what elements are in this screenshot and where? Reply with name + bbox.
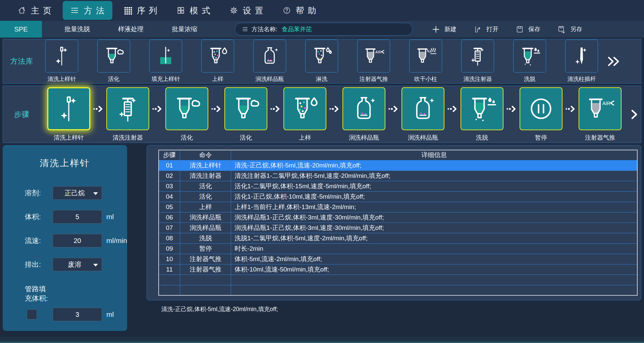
method-type-tab-label: 样液处理 (118, 25, 144, 34)
step-item-card[interactable] (579, 87, 622, 130)
volume-input[interactable] (53, 210, 102, 224)
flow-arrow-icon (387, 105, 400, 113)
table-row[interactable]: 04 活化 活化1-正己烷,体积-10ml,速度-5ml/min,填充off; (159, 191, 637, 202)
library-item-card[interactable] (461, 40, 494, 72)
action-button[interactable]: 保存 (515, 25, 540, 34)
method-type-tab[interactable]: 样液处理 (104, 21, 158, 38)
nav-item[interactable]: 主 页 (10, 1, 59, 20)
library-more-button[interactable] (606, 54, 622, 68)
step-item-card[interactable] (401, 87, 444, 130)
library-item-card[interactable] (97, 40, 130, 72)
table-row[interactable] (159, 285, 637, 295)
table-row[interactable]: 01 清洗上样针 清洗-正己烷,体积-5ml,流速-20ml/min,填充off… (159, 160, 637, 170)
step-item[interactable]: 润洗样品瓶 (401, 87, 444, 142)
table-row[interactable]: 08 洗脱 洗脱1-二氯甲烷,体积-5ml,速度-2ml/min,填充off; (159, 233, 637, 243)
top-navbar: 主 页 方 法 序 列 模 式 设 置 (0, 0, 644, 21)
step-item[interactable]: 活化 (165, 87, 208, 142)
bottle-icon (408, 94, 438, 124)
table-row[interactable] (159, 275, 637, 285)
nav-item-label: 帮 助 (296, 5, 317, 16)
method-name-value[interactable]: 食品苯并芘 (282, 25, 312, 33)
flow-input[interactable] (53, 234, 102, 247)
library-item[interactable]: 清洗注射器 (461, 40, 494, 83)
table-row[interactable]: 02 清洗注射器 清洗注射器1-二氯甲烷,体积-5ml,速度-20ml/min,… (159, 170, 637, 181)
step-item-card[interactable] (165, 87, 208, 130)
library-item[interactable]: 填充上样针 (149, 40, 182, 83)
nav-item[interactable]: 帮 助 (275, 1, 324, 20)
library-item-card[interactable] (513, 40, 546, 72)
cell-command: 注射器气推 (180, 254, 231, 264)
step-item[interactable]: 上样 (283, 87, 326, 142)
table-row[interactable]: 10 注射器气推 体积-5ml,流速-2ml/min,填充off; (159, 254, 637, 264)
step-item-label: 上样 (283, 134, 326, 142)
step-item-card[interactable] (224, 87, 267, 130)
nav-item-label: 主 页 (31, 5, 52, 16)
library-item[interactable]: 活化 (97, 40, 130, 83)
steps-more-button[interactable] (629, 107, 640, 122)
library-item-card[interactable] (45, 40, 78, 72)
library-item-card[interactable] (409, 40, 442, 72)
library-item-card[interactable] (253, 40, 286, 72)
table-row[interactable]: 06 润洗样品瓶 润洗样品瓶1-正己烷,体积-3ml,速度-30ml/min,填… (159, 212, 637, 223)
library-item-label: 填充上样针 (149, 75, 182, 83)
solvent-select[interactable]: 正己烷 (53, 186, 102, 200)
library-item[interactable]: 吹干小柱 (409, 40, 442, 83)
table-row[interactable]: 07 润洗样品瓶 润洗样品瓶1-正己烷,体积-3ml,速度-30ml/min,填… (159, 223, 637, 233)
library-item-card[interactable] (357, 40, 390, 72)
library-item[interactable]: 淋洗 (305, 40, 338, 83)
step-item[interactable]: 注射器气推 (579, 87, 622, 142)
nav-item[interactable]: 模 式 (169, 1, 218, 20)
nav-item[interactable]: 方 法 (63, 1, 112, 20)
action-button[interactable]: 新建 (431, 25, 457, 34)
nav-item[interactable]: 序 列 (116, 1, 165, 20)
method-type-tab-label: 批量洗脱 (64, 25, 90, 34)
library-item-card[interactable] (201, 40, 234, 72)
method-name-field[interactable]: 方法名称: 食品苯并芘 (235, 23, 413, 36)
method-type-tabs: SPE 批量洗脱 样液处理 批量浓缩 (0, 21, 211, 38)
cell-command: 上样 (180, 202, 231, 212)
step-item-card[interactable] (520, 87, 562, 130)
library-item-card[interactable] (149, 40, 182, 72)
cell-detail: 活化1-二氯甲烷,体积-15ml,速度-5ml/min,填充off; (231, 181, 637, 191)
cell-detail: 体积-5ml,流速-2ml/min,填充off; (231, 254, 637, 264)
step-item[interactable]: 活化 (224, 87, 267, 142)
table-row[interactable]: 09 暂停 时长-2min (159, 243, 637, 254)
method-type-tab[interactable]: 批量浓缩 (158, 21, 211, 38)
step-item-card[interactable] (461, 87, 503, 130)
method-type-tab[interactable]: SPE (0, 21, 42, 38)
nav-item[interactable]: 设 置 (222, 1, 271, 20)
step-item[interactable]: 清洗注射器 (106, 87, 149, 142)
method-type-tab[interactable]: 批量洗脱 (50, 21, 104, 38)
step-item-card[interactable] (283, 87, 326, 130)
action-button[interactable]: 另存 (557, 25, 582, 34)
line-fill-input[interactable] (53, 308, 102, 321)
step-editor-panel: 清洗上样针 溶剂: 正己烷 体积: ml 流速: m (3, 145, 127, 331)
library-item-card[interactable] (305, 40, 338, 72)
table-row[interactable]: 03 活化 活化1-二氯甲烷,体积-15ml,速度-5ml/min,填充off; (159, 181, 637, 191)
step-item[interactable]: 洗脱 (461, 87, 503, 142)
library-item[interactable]: 洗脱 (513, 40, 546, 83)
drain-select[interactable]: 废溶 (53, 258, 102, 271)
cell-detail: 时长-2min (231, 243, 637, 254)
line-fill-checkbox[interactable] (27, 309, 37, 320)
flow-arrow-icon (269, 105, 282, 113)
step-item-card[interactable] (342, 87, 385, 130)
step-item[interactable]: 清洗上样针 (47, 87, 90, 142)
library-item[interactable]: 注射器气推 (357, 40, 390, 83)
step-item-label: 润洗样品瓶 (342, 134, 385, 142)
action-button[interactable]: 打开 (473, 25, 498, 34)
library-item-card[interactable] (565, 40, 598, 72)
table-row[interactable]: 05 上样 上样1-当前行上样,体积-13ml,流速-2ml/min; (159, 202, 637, 212)
file-actions: 新建 打开 保存 另存 (431, 25, 582, 34)
library-item[interactable]: 清洗上样针 (45, 40, 78, 83)
step-item-card[interactable] (106, 87, 149, 130)
library-item[interactable]: 润洗样品瓶 (253, 40, 286, 83)
column-elute-icon (519, 45, 541, 67)
cell-command (180, 275, 231, 285)
library-item[interactable]: 上样 (201, 40, 234, 83)
step-item[interactable]: 润洗样品瓶 (342, 87, 385, 142)
library-item[interactable]: 清洗柱插杆 (565, 40, 598, 83)
step-item-card[interactable] (47, 87, 90, 130)
table-row[interactable]: 11 注射器气推 体积-10ml,流速-50ml/min,填充off; (159, 264, 637, 275)
step-item[interactable]: 暂停 (520, 87, 562, 142)
